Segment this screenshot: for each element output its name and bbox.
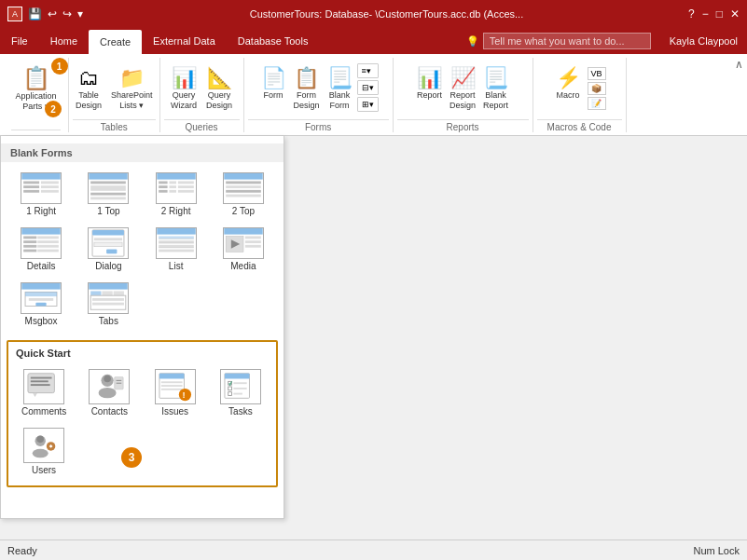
form-multiple-button[interactable]: ⊞▾ — [357, 97, 379, 112]
qs-contacts-icon — [89, 369, 130, 404]
qs-comments-icon — [23, 369, 64, 404]
svg-rect-9 — [91, 185, 127, 191]
qs-comments-item[interactable]: Comments — [12, 364, 76, 421]
qs-contacts-label: Contacts — [91, 406, 128, 417]
save-icon[interactable]: 💾 — [26, 6, 44, 22]
window-controls: ? − □ ✕ — [688, 7, 740, 20]
qs-users-icon — [23, 428, 64, 463]
svg-rect-60 — [90, 283, 128, 290]
query-design-button[interactable]: 📐 QueryDesign — [203, 63, 235, 114]
svg-rect-31 — [37, 240, 59, 243]
query-design-label: QueryDesign — [206, 90, 232, 111]
sharepoint-label: SharePointLists ▾ — [111, 90, 153, 111]
form-design-label: FormDesign — [294, 90, 320, 111]
form-1right-icon — [21, 172, 62, 204]
form-2top-item[interactable]: 2 Top — [211, 168, 276, 221]
ribbon-group-queries: 📊 QueryWizard 📐 QueryDesign Queries — [160, 58, 244, 132]
macro-vb-button[interactable]: VB — [588, 67, 606, 80]
menu-database-tools[interactable]: Database Tools — [227, 28, 320, 54]
macro-module-button[interactable]: 📝 — [588, 97, 606, 110]
form-split-button[interactable]: ⊟▾ — [357, 80, 379, 95]
blank-forms-header: Blank Forms — [1, 143, 284, 162]
svg-rect-30 — [23, 240, 36, 243]
dropdown-icon[interactable]: ▾ — [76, 6, 85, 22]
sharepoint-lists-button[interactable]: 📁 SharePointLists ▾ — [108, 63, 156, 114]
form-media-item[interactable]: Media — [211, 223, 276, 276]
form-2right-label: 2 Right — [161, 206, 191, 216]
form-icon: 📄 — [261, 66, 286, 90]
reports-group-label: Reports — [397, 119, 529, 132]
undo-icon[interactable]: ↩ — [46, 6, 59, 22]
maximize-button[interactable]: □ — [716, 7, 723, 20]
blank-report-icon: 📃 — [483, 66, 508, 90]
svg-point-74 — [99, 388, 117, 398]
query-wizard-button[interactable]: 📊 QueryWizard — [168, 63, 200, 114]
svg-rect-10 — [91, 193, 127, 196]
svg-rect-41 — [157, 228, 195, 235]
svg-rect-79 — [159, 374, 185, 379]
form-dialog-item[interactable]: Dialog — [76, 223, 141, 276]
query-wizard-label: QueryWizard — [171, 90, 197, 111]
menu-home[interactable]: Home — [39, 28, 89, 54]
form-1top-icon — [88, 172, 129, 204]
menu-file[interactable]: File — [0, 28, 39, 54]
qs-comments-label: Comments — [21, 406, 66, 417]
form-2top-label: 2 Top — [232, 206, 255, 216]
form-details-item[interactable]: Details — [8, 223, 74, 276]
svg-rect-38 — [94, 238, 122, 240]
callout-1: 1 — [51, 58, 68, 75]
ribbon-collapse-button[interactable]: ∧ — [735, 58, 743, 71]
form-list-item[interactable]: List — [144, 223, 209, 276]
form-1top-item[interactable]: 1 Top — [76, 168, 141, 221]
lightbulb-icon: 💡 — [466, 35, 479, 48]
minimize-button[interactable]: − — [702, 7, 709, 20]
qs-contacts-item[interactable]: Contacts — [77, 364, 141, 421]
tell-me-input[interactable] — [483, 33, 651, 49]
redo-icon[interactable]: ↪ — [61, 6, 74, 22]
form-nav-button[interactable]: ≡▾ — [357, 63, 379, 78]
form-media-label: Media — [230, 261, 256, 271]
svg-rect-0 — [21, 173, 60, 180]
svg-rect-67 — [28, 374, 54, 393]
svg-point-94 — [36, 436, 44, 444]
form-tabs-item[interactable]: Tabs — [76, 278, 141, 331]
qs-tasks-item[interactable]: Tasks — [209, 364, 272, 421]
blank-report-button[interactable]: 📃 BlankReport — [480, 63, 511, 114]
qs-issues-item[interactable]: ! Issues — [144, 364, 207, 421]
report-button[interactable]: 📊 Report — [414, 63, 445, 102]
report-design-button[interactable]: 📈 ReportDesign — [447, 63, 478, 114]
form-1right-label: 1 Right — [26, 206, 56, 216]
svg-rect-65 — [92, 298, 124, 301]
form-design-button[interactable]: 📋 FormDesign — [291, 63, 323, 114]
svg-rect-28 — [23, 236, 36, 239]
form-2right-icon — [156, 172, 197, 204]
help-button[interactable]: ? — [688, 7, 695, 20]
blank-form-icon: 📃 — [327, 66, 353, 90]
form-design-icon: 📋 — [294, 66, 319, 90]
close-button[interactable]: ✕ — [730, 7, 740, 20]
macro-class-button[interactable]: 📦 — [588, 82, 606, 95]
form-2right-item[interactable]: 2 Right — [144, 168, 209, 221]
qs-users-item[interactable]: Users — [16, 423, 72, 480]
macro-button[interactable]: ⚡ Macro — [553, 63, 584, 102]
svg-rect-29 — [37, 236, 59, 239]
table-design-button[interactable]: 🗂 TableDesign — [73, 63, 104, 114]
form-msgbox-item[interactable]: Msgbox — [8, 278, 74, 331]
status-ready: Ready — [7, 545, 37, 556]
svg-rect-8 — [91, 181, 127, 184]
ribbon-group-tables: 🗂 TableDesign 📁 SharePointLists ▾ Tables — [69, 58, 160, 132]
svg-rect-25 — [226, 190, 261, 193]
form-button[interactable]: 📄 Form — [258, 63, 289, 102]
user-info: Kayla Claypool — [660, 28, 747, 54]
right-panel — [284, 136, 747, 519]
menu-external-data[interactable]: External Data — [142, 28, 227, 54]
blank-form-button[interactable]: 📃 BlankForm — [325, 63, 355, 114]
svg-rect-89 — [228, 387, 232, 390]
form-2top-icon — [223, 172, 264, 204]
tables-group-label: Tables — [73, 119, 156, 132]
menu-create[interactable]: Create — [89, 30, 142, 54]
svg-rect-88 — [233, 382, 246, 384]
query-design-icon: 📐 — [207, 66, 232, 90]
form-1right-item[interactable]: 1 Right — [8, 168, 74, 221]
svg-rect-34 — [23, 250, 36, 253]
